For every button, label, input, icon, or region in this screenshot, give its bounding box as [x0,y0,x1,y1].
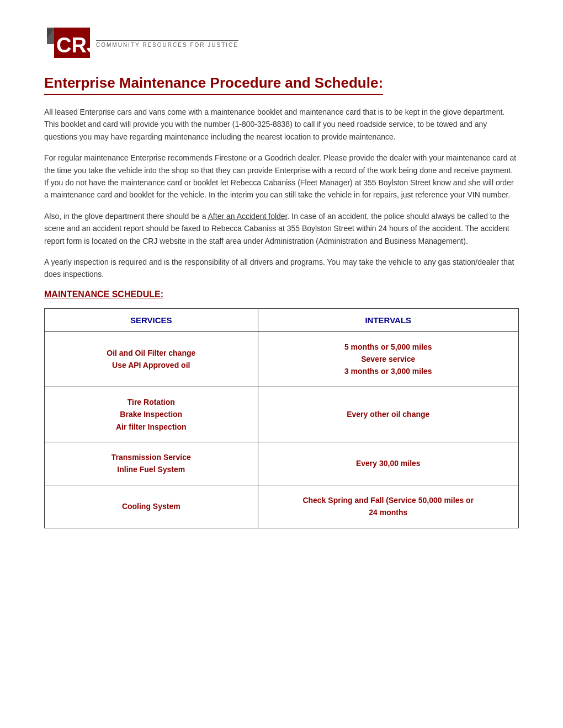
page-title: Enterprise Maintenance Procedure and Sch… [44,74,383,95]
paragraph-1: All leased Enterprise cars and vans come… [44,106,519,143]
service-cell-3: Transmission ServiceInline Fuel System [45,442,258,485]
service-cell-4: Cooling System [45,485,258,528]
interval-cell-1: 5 months or 5,000 milesSevere service3 m… [258,331,518,387]
table-header-services: SERVICES [45,308,258,331]
table-row: Tire RotationBrake InspectionAir filter … [45,387,519,442]
interval-cell-2: Every other oil change [258,387,518,442]
interval-cell-3: Every 30,00 miles [258,442,518,485]
paragraph-3: Also, in the glove department there shou… [44,210,519,247]
logo-area: CRJ COMMUNITY RESOURCES FOR JUSTICE [44,22,519,63]
service-cell-2: Tire RotationBrake InspectionAir filter … [45,387,258,442]
maintenance-table: SERVICES INTERVALS Oil and Oil Filter ch… [44,308,519,528]
service-cell-1: Oil and Oil Filter changeUse API Approve… [45,331,258,387]
logo-container: CRJ COMMUNITY RESOURCES FOR JUSTICE [44,22,519,63]
maintenance-schedule-header: MAINTENANCE SCHEDULE: [44,290,519,299]
table-header-intervals: INTERVALS [258,308,518,331]
accident-folder-link: After an Accident folder [208,212,288,221]
logo-text-block: COMMUNITY RESOURCES FOR JUSTICE [96,38,238,48]
interval-cell-4: Check Spring and Fall (Service 50,000 mi… [258,485,518,528]
paragraph-4: A yearly inspection is required and is t… [44,256,519,281]
table-row: Oil and Oil Filter changeUse API Approve… [45,331,519,387]
svg-text:CRJ: CRJ [56,34,94,57]
table-row: Transmission ServiceInline Fuel System E… [45,442,519,485]
paragraph-2: For regular maintenance Enterprise recom… [44,152,519,201]
table-row: Cooling System Check Spring and Fall (Se… [45,485,519,528]
crj-logo-icon: CRJ [44,22,94,63]
logo-subtitle: COMMUNITY RESOURCES FOR JUSTICE [96,40,238,48]
